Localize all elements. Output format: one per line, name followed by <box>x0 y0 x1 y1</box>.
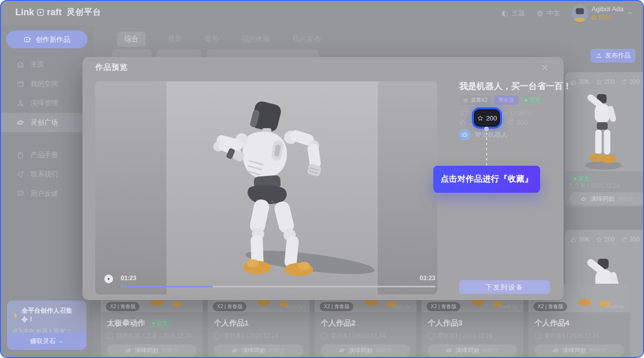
sidebar-item-label: 演绎管理 <box>31 99 58 108</box>
tab-my-favorites[interactable]: 我的收藏 <box>241 32 270 47</box>
work-card-right-1[interactable]: 38K 200 200 官方 人之家 | 2025.12.24 演绎同款 666… <box>565 72 644 207</box>
top-header: LinkCraft Linkraft 灵创平台 主题 中文 Agibot Ada… <box>1 1 643 25</box>
made-by-watermark: made by <box>393 304 410 309</box>
create-new-work-button[interactable]: 创作新作品 <box>6 31 88 48</box>
tab-newest[interactable]: 最新 <box>168 32 182 47</box>
sidebar-item-user-feedback[interactable]: 用户反馈 <box>1 184 93 203</box>
favorite-button-spotlight[interactable]: 200 <box>475 110 499 126</box>
author-avatar <box>428 333 434 339</box>
creator-recruit-promo-card: 全平台创作人召集令！ 成为首批“机器人导演”！ 赚取灵石 → <box>7 301 87 350</box>
orbit-icon <box>125 347 131 354</box>
theme-label: 主题 <box>512 9 525 18</box>
sidebar-item-my-space[interactable]: 我的空间 <box>1 74 93 94</box>
earn-lingshi-button[interactable]: 赚取灵石 → <box>7 333 87 350</box>
favorite-count: 200 <box>604 78 614 85</box>
paper-plane-icon <box>16 170 24 178</box>
folder-icon <box>16 80 24 88</box>
like-icon <box>570 236 577 243</box>
progress-fill <box>122 286 213 287</box>
deploy-to-device-button[interactable]: 下发到设备 <box>459 280 550 294</box>
remix-same-button[interactable]: 演绎同款666次 <box>107 344 197 356</box>
theme-icon <box>501 10 509 17</box>
share-stat[interactable]: 200 <box>507 118 528 126</box>
favorite-count: 200 <box>604 236 614 243</box>
chat-bubble-icon <box>16 190 24 198</box>
flash-icon <box>12 312 19 319</box>
tab-hottest[interactable]: 最热 <box>205 32 219 47</box>
model-badge: X2 | 青春版 <box>106 302 139 311</box>
sidebar-item-product-manual[interactable]: 产品手册 <box>1 145 93 165</box>
tab-comprehensive[interactable]: 综合 <box>117 32 146 47</box>
language-switcher[interactable]: 中文 <box>536 9 560 18</box>
star-icon <box>596 79 602 85</box>
sidebar: 创作新作品 主页 我的空间 演绎管理 灵创广场 产品手册 <box>1 25 93 357</box>
play-button[interactable] <box>104 275 113 283</box>
author-avatar <box>535 333 541 339</box>
star-icon <box>477 115 484 122</box>
video-plus-icon <box>23 36 32 44</box>
book-icon <box>16 151 24 159</box>
remix-same-button[interactable]: 演绎同款666次 <box>214 344 303 356</box>
modal-title: 作品预览 <box>95 63 128 72</box>
robot-face-icon <box>461 131 468 138</box>
brand-cn-label: 灵创平台 <box>67 7 101 18</box>
sidebar-item-contact-us[interactable]: 联系我们 <box>1 165 93 184</box>
share-count: 200 <box>629 78 639 85</box>
close-icon[interactable] <box>540 63 549 72</box>
sidebar-item-performance-mgmt[interactable]: 演绎管理 <box>1 94 93 113</box>
favorite-count: 200 <box>486 114 497 122</box>
coin-icon <box>592 15 596 20</box>
made-by-watermark: made by <box>286 304 303 309</box>
card-byline: 爱好者1 | 2025.12.24 <box>330 332 385 340</box>
share-count: 200 <box>517 118 528 126</box>
header-right-cluster: 主题 中文 Agibot Ada 5000 <box>501 1 634 25</box>
card-byline: 爱好者1 | 2025.12.24 <box>544 332 599 340</box>
app-window: LinkCraft Linkraft 灵创平台 主题 中文 Agibot Ada… <box>0 0 644 358</box>
remix-label: 演绎同款 <box>590 195 614 203</box>
total-duration: 03:23 <box>419 275 435 282</box>
sidebar-item-home[interactable]: 主页 <box>1 55 93 74</box>
orbit-icon <box>445 347 452 354</box>
card-byline: 爱好者1 | 2025.12.24 <box>437 332 492 340</box>
home-icon <box>16 61 24 69</box>
card-title: 个人作品1 <box>214 318 248 328</box>
model-badge: X2 | 青春版 <box>427 302 460 311</box>
current-time: 01:23 <box>121 275 136 282</box>
coachmark-tooltip: 点击对作品进行『收藏』 <box>433 166 540 193</box>
connector-dotted-line <box>486 133 487 165</box>
brand-logo[interactable]: LinkCraft Linkraft 灵创平台 <box>15 7 101 18</box>
globe-icon <box>536 10 544 17</box>
remix-same-button[interactable]: 演绎同款666次 <box>428 344 517 356</box>
language-label: 中文 <box>547 9 560 18</box>
publish-work-button[interactable]: 发布作品 <box>591 49 635 63</box>
logo-text-left: Link <box>15 7 34 18</box>
card-title: 个人作品3 <box>428 318 462 328</box>
author-name: 智元机器人 <box>474 130 508 139</box>
share-icon <box>621 79 627 85</box>
robot-face-icon <box>463 98 468 103</box>
card-title: 个人作品2 <box>321 318 355 328</box>
sidebar-item-lingchuang-plaza[interactable]: 灵创广场 <box>1 113 93 132</box>
user-menu[interactable]: Agibot Ada 5000 <box>571 5 634 22</box>
sidebar-item-label: 主页 <box>31 60 44 69</box>
author-row[interactable]: 智元机器人 <box>459 129 508 140</box>
sidebar-item-label: 灵创广场 <box>31 118 58 127</box>
remix-same-button[interactable]: 演绎同款 666次 <box>569 192 644 205</box>
logo-text-right: raft <box>47 7 62 18</box>
remix-same-button[interactable]: 演绎同款666次 <box>321 344 410 356</box>
user-name: Agibot Ada <box>592 5 624 13</box>
author-avatar <box>214 333 220 339</box>
remix-count: 666次 <box>618 195 634 203</box>
card-byline: 人之家 | 2025.12.24 <box>568 182 620 190</box>
play-icon <box>106 276 111 282</box>
chevron-up-icon <box>627 10 634 17</box>
model-tag: 灵犀X2 <box>459 96 491 105</box>
theme-toggle[interactable]: 主题 <box>501 9 525 18</box>
tab-my-publications[interactable]: 我的发布 <box>292 32 321 47</box>
made-by-watermark: made by <box>499 304 517 309</box>
sidebar-nav: 主页 我的空间 演绎管理 灵创广场 产品手册 联系我们 <box>1 55 93 203</box>
remix-same-button[interactable]: 演绎同款666次 <box>535 344 624 356</box>
orbit-icon <box>552 347 559 354</box>
progress-bar[interactable] <box>122 286 435 287</box>
robot-thumbnail <box>574 86 630 173</box>
